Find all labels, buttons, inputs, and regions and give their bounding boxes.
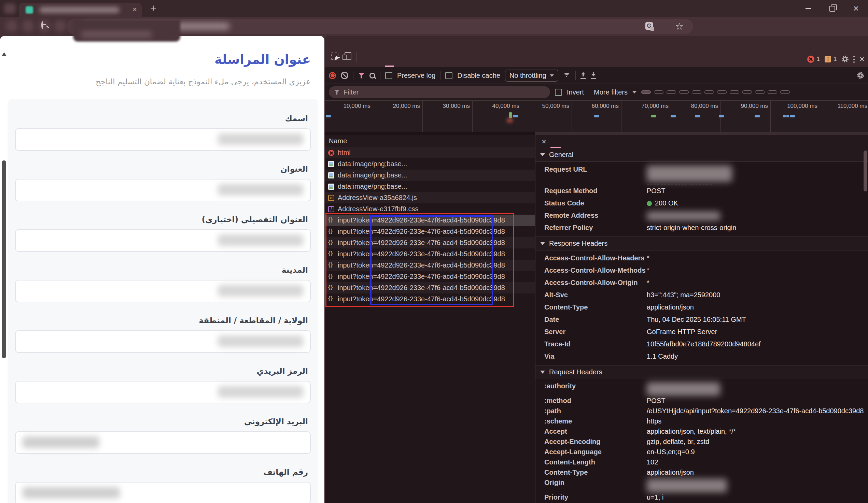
devtools-tab[interactable] <box>403 47 412 67</box>
network-request-row[interactable]: AddressView-e317fbf9.css <box>325 203 535 214</box>
scroll-up-arrow-icon[interactable] <box>2 52 7 56</box>
invert-checkbox[interactable] <box>555 89 562 96</box>
filter-chip[interactable] <box>780 91 790 94</box>
details-scrollbar-thumb[interactable] <box>864 150 867 191</box>
filter-chip[interactable] <box>679 91 689 94</box>
export-har-icon[interactable] <box>580 72 586 79</box>
network-settings-gear-icon[interactable] <box>857 72 864 79</box>
window-restore-button[interactable] <box>820 0 844 17</box>
new-tab-button[interactable]: + <box>150 3 156 14</box>
filter-chip[interactable] <box>717 91 727 94</box>
scrollbar-thumb[interactable] <box>2 160 6 358</box>
clear-network-log-icon[interactable] <box>341 72 348 79</box>
filter-chip[interactable] <box>704 91 714 94</box>
details-tab[interactable] <box>602 135 612 148</box>
devtools-close-icon[interactable]: × <box>859 56 865 62</box>
filter-chip[interactable] <box>692 91 701 94</box>
more-filters-dropdown[interactable]: More filters <box>594 88 628 96</box>
filter-chip[interactable] <box>654 91 663 94</box>
section-header[interactable]: Request Headers <box>535 366 868 379</box>
devtools-menu-kebab-icon[interactable] <box>853 56 855 57</box>
translate-icon[interactable]: G <box>645 22 653 30</box>
filter-chip[interactable] <box>641 91 651 94</box>
browser-tab[interactable]: × <box>19 3 142 17</box>
disable-cache-label: Disable cache <box>457 72 500 80</box>
network-request-row[interactable]: input?token=4922d926-233e-47f6-acd4-b5d0… <box>325 293 535 305</box>
error-badge-icon[interactable] <box>807 56 814 63</box>
issues-badge-icon[interactable]: ! <box>825 56 831 62</box>
network-request-row[interactable]: data:image/png;base... <box>325 170 535 181</box>
network-conditions-icon[interactable] <box>563 73 571 78</box>
filter-funnel-icon[interactable] <box>358 73 365 78</box>
text-input[interactable] <box>15 280 311 302</box>
devtools-tab[interactable] <box>368 47 376 67</box>
back-button-blurred[interactable] <box>6 20 18 32</box>
details-tab[interactable] <box>571 135 581 148</box>
network-request-row[interactable]: input?token=4922d926-233e-47f6-acd4-b5d0… <box>325 214 535 226</box>
network-request-row[interactable]: input?token=4922d926-233e-47f6-acd4-b5d0… <box>325 226 535 237</box>
filter-chip[interactable] <box>666 91 676 94</box>
network-request-row[interactable]: html <box>325 147 535 158</box>
details-tab[interactable] <box>581 135 591 148</box>
import-har-icon[interactable] <box>591 72 596 79</box>
tab-close-icon[interactable]: × <box>133 5 137 14</box>
network-request-row[interactable]: AddressView-a35a6824.js <box>325 192 535 203</box>
inspect-element-icon[interactable] <box>331 53 338 60</box>
network-overview-timeline[interactable]: 10,000 ms20,000 ms30,000 ms40,000 ms50,0… <box>325 101 868 135</box>
devtools-tab[interactable] <box>430 47 438 67</box>
devtools-tab[interactable] <box>376 47 385 67</box>
zoom-out-icon[interactable] <box>41 21 43 29</box>
window-minimize-button[interactable] <box>796 0 820 17</box>
preserve-log-checkbox[interactable] <box>385 72 392 79</box>
network-request-row[interactable]: input?token=4922d926-233e-47f6-acd4-b5d0… <box>325 282 535 293</box>
forward-button-blurred[interactable] <box>22 20 34 32</box>
text-input[interactable] <box>15 229 311 252</box>
search-icon[interactable] <box>370 73 375 78</box>
devtools-tab[interactable] <box>438 47 447 67</box>
devtools-panel: 1 ! 1 × Preserve log Disable cache No th… <box>325 36 868 503</box>
text-input[interactable] <box>15 179 311 201</box>
form-field: الولاية / المقاطعة / المنطقة <box>15 316 311 353</box>
page-scrollbar[interactable] <box>1 36 7 503</box>
header-row: Content-Type application/json <box>535 468 868 478</box>
network-request-row[interactable]: input?token=4922d926-233e-47f6-acd4-b5d0… <box>325 237 535 249</box>
reload-button-blurred[interactable] <box>38 20 51 32</box>
devtools-tab[interactable] <box>412 47 421 67</box>
throttling-dropdown[interactable]: No throttling <box>505 70 558 82</box>
devtools-tab[interactable] <box>394 47 403 67</box>
section-header[interactable]: General <box>535 148 868 162</box>
devtools-tab[interactable] <box>359 47 368 67</box>
details-tab[interactable] <box>591 135 602 148</box>
devtools-tab[interactable] <box>385 47 394 67</box>
disable-cache-checkbox[interactable] <box>445 72 453 79</box>
details-tab[interactable] <box>561 135 571 148</box>
text-input[interactable] <box>15 330 311 353</box>
text-input[interactable] <box>15 431 311 454</box>
filter-chip[interactable] <box>730 91 739 94</box>
record-network-log-icon[interactable] <box>329 72 336 79</box>
filter-input[interactable]: Filter <box>329 86 550 98</box>
name-column-header[interactable]: Name <box>325 135 535 147</box>
devtools-tab[interactable] <box>421 47 430 67</box>
device-toolbar-icon[interactable] <box>344 52 351 60</box>
header-value: Thu, 04 Dec 2025 16:05:11 GMT <box>647 316 746 324</box>
network-request-row[interactable]: input?token=4922d926-233e-47f6-acd4-b5d0… <box>325 249 535 260</box>
network-request-row[interactable]: data:image/png;base... <box>325 158 535 170</box>
network-request-row[interactable]: input?token=4922d926-233e-47f6-acd4-b5d0… <box>325 260 535 271</box>
details-tab[interactable] <box>550 135 561 148</box>
text-input[interactable] <box>15 128 311 151</box>
home-button-blurred[interactable] <box>54 20 66 32</box>
bookmark-star-icon[interactable]: ☆ <box>675 22 684 31</box>
filter-chip[interactable] <box>755 91 765 94</box>
network-request-row[interactable]: input?token=4922d926-233e-47f6-acd4-b5d0… <box>325 271 535 282</box>
network-request-row[interactable]: data:image/png;base... <box>325 181 535 192</box>
text-input[interactable] <box>15 482 311 503</box>
text-input[interactable] <box>15 381 311 404</box>
header-name: Access-Control-Allow-Origin <box>544 279 647 287</box>
filter-chip[interactable] <box>768 91 777 94</box>
filter-chip[interactable] <box>742 91 752 94</box>
close-details-icon[interactable]: × <box>538 137 550 146</box>
devtools-settings-gear-icon[interactable] <box>842 56 848 62</box>
section-header[interactable]: Response Headers <box>535 237 868 251</box>
window-close-button[interactable]: × <box>844 0 868 17</box>
